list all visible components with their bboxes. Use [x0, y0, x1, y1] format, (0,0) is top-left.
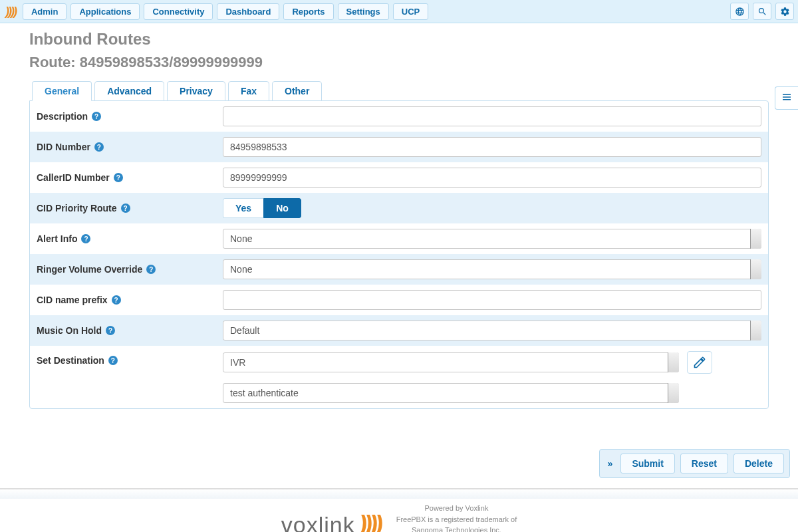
label-moh: Music On Hold	[37, 325, 102, 336]
brand-logo-icon: ))))	[4, 5, 19, 19]
cid-prefix-input[interactable]	[223, 290, 761, 310]
footer-line-3: Sangoma Technologies Inc.	[396, 525, 517, 532]
tab-advanced[interactable]: Advanced	[94, 81, 164, 101]
label-description: Description	[37, 111, 88, 122]
row-did: DID Number ?	[30, 132, 768, 162]
help-icon[interactable]: ?	[112, 295, 121, 305]
description-input[interactable]	[223, 106, 761, 126]
footer-line-1: Powered by Voxlink	[396, 503, 517, 514]
label-destination: Set Destination	[37, 355, 104, 366]
page-title: Inbound Routes	[29, 30, 769, 49]
cid-priority-toggle: Yes No	[223, 198, 301, 218]
tab-fax[interactable]: Fax	[228, 81, 269, 101]
alert-info-select[interactable]	[223, 229, 761, 249]
submit-button[interactable]: Submit	[620, 454, 674, 473]
row-cid-priority: CID Priority Route ? Yes No	[30, 193, 768, 223]
row-cid-prefix: CID name prefix ?	[30, 285, 768, 315]
gear-icon[interactable]	[775, 3, 794, 20]
reset-button[interactable]: Reset	[680, 454, 728, 473]
search-icon[interactable]	[753, 3, 771, 20]
row-moh: Music On Hold ?	[30, 315, 768, 346]
destination-target-select[interactable]	[223, 383, 679, 403]
nav-reports[interactable]: Reports	[283, 3, 333, 20]
row-description: Description ?	[30, 101, 768, 132]
chevron-right-icon[interactable]: »	[605, 458, 616, 469]
help-icon[interactable]: ?	[92, 112, 101, 121]
help-icon[interactable]: ?	[81, 234, 90, 243]
callerid-input[interactable]	[223, 168, 761, 188]
nav-connectivity[interactable]: Connectivity	[144, 3, 213, 20]
label-callerid: CallerID Number	[37, 172, 110, 183]
tab-general[interactable]: General	[32, 81, 92, 101]
language-icon[interactable]	[730, 3, 749, 20]
tab-strip: General Advanced Privacy Fax Other	[32, 80, 769, 100]
row-destination: Set Destination ?	[30, 346, 768, 408]
tab-other[interactable]: Other	[272, 81, 322, 101]
footer-logo: voxlink ))))	[281, 511, 380, 532]
help-icon[interactable]: ?	[121, 203, 130, 213]
cid-priority-yes[interactable]: Yes	[223, 198, 263, 218]
pencil-icon	[693, 356, 706, 369]
form-panel: Description ? DID Number ? CallerID Numb…	[29, 100, 769, 409]
label-cid-priority: CID Priority Route	[37, 203, 117, 213]
nav-admin[interactable]: Admin	[23, 3, 66, 20]
nav-applications[interactable]: Applications	[70, 3, 140, 20]
brand-mark-icon: ))))	[359, 511, 380, 532]
tab-privacy[interactable]: Privacy	[167, 81, 225, 101]
footer: voxlink )))) Powered by Voxlink FreePBX …	[0, 499, 798, 532]
moh-select[interactable]	[223, 321, 761, 340]
nav-ucp[interactable]: UCP	[393, 3, 428, 20]
did-input[interactable]	[223, 137, 761, 157]
help-icon[interactable]: ?	[106, 326, 115, 335]
label-ringer: Ringer Volume Override	[37, 264, 142, 275]
label-alert-info: Alert Info	[37, 233, 77, 244]
label-did: DID Number	[37, 142, 90, 152]
cid-priority-no[interactable]: No	[263, 198, 301, 218]
help-icon[interactable]: ?	[108, 356, 118, 365]
destination-type-select[interactable]	[223, 352, 679, 372]
right-panel-toggle[interactable]	[775, 86, 798, 110]
route-title: Route: 84959898533/89999999999	[29, 54, 769, 71]
nav-settings[interactable]: Settings	[338, 3, 389, 20]
row-ringer: Ringer Volume Override ?	[30, 254, 768, 285]
list-icon	[781, 91, 793, 103]
top-navbar: )))) Admin Applications Connectivity Das…	[0, 0, 798, 23]
footer-line-2: FreePBX is a registered trademark of	[396, 514, 517, 525]
row-alert-info: Alert Info ?	[30, 223, 768, 254]
help-icon[interactable]: ?	[114, 173, 123, 182]
row-callerid: CallerID Number ?	[30, 162, 768, 193]
action-bar: » Submit Reset Delete	[599, 449, 790, 478]
edit-destination-button[interactable]	[687, 351, 712, 374]
ringer-select[interactable]	[223, 259, 761, 279]
delete-button[interactable]: Delete	[733, 454, 784, 473]
help-icon[interactable]: ?	[146, 265, 156, 274]
label-cid-prefix: CID name prefix	[37, 295, 108, 305]
help-icon[interactable]: ?	[94, 142, 104, 152]
nav-dashboard[interactable]: Dashboard	[217, 3, 279, 20]
